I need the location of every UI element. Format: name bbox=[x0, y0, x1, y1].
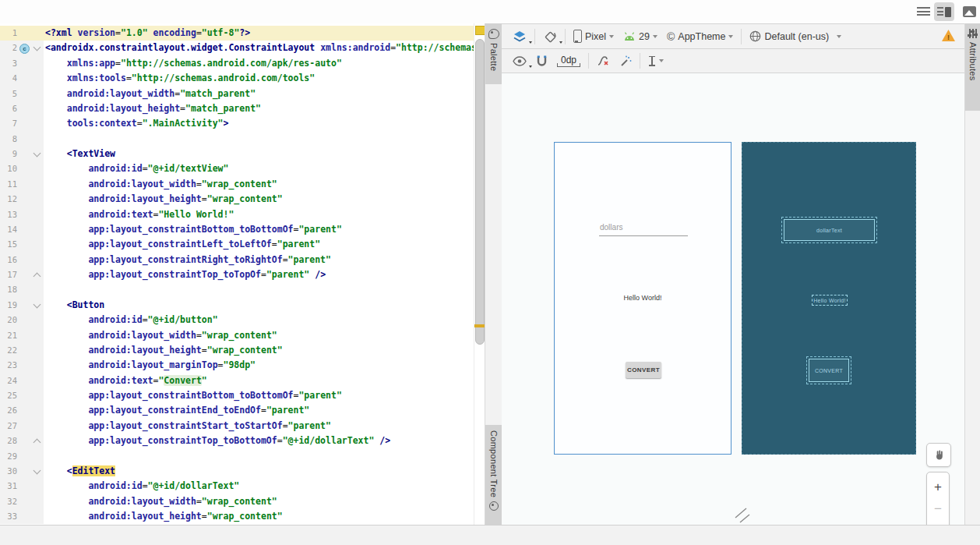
blueprint-preview[interactable]: dollarText Hello World! CONVERT bbox=[742, 142, 916, 455]
fold-close-icon[interactable] bbox=[33, 273, 41, 281]
warning-indicator[interactable]: ! bbox=[942, 30, 955, 41]
code-line[interactable]: 24 android:text="Convert" bbox=[0, 373, 474, 388]
gutter-icon-slot bbox=[17, 177, 31, 192]
code-line[interactable]: 15 app:layout_constraintLeft_toLeftOf="p… bbox=[0, 237, 474, 252]
edittext-hint[interactable]: dollars bbox=[600, 223, 622, 232]
code-line[interactable]: 2c<androidx.constraintlayout.widget.Cons… bbox=[0, 41, 474, 55]
fold-open-icon[interactable] bbox=[33, 466, 41, 474]
code-token: " bbox=[202, 375, 207, 386]
code-line[interactable]: 28 app:layout_constraintTop_toBottomOf="… bbox=[0, 434, 474, 448]
theme-selector[interactable]: © AppTheme bbox=[662, 27, 738, 46]
fold-slot bbox=[31, 253, 44, 267]
locale-selector[interactable]: Default (en-us) bbox=[745, 27, 846, 46]
code-line[interactable]: 3 xmlns:app="http://schemas.android.com/… bbox=[0, 56, 474, 71]
device-selector[interactable]: Pixel bbox=[569, 27, 619, 46]
code-token: /> bbox=[315, 269, 326, 280]
code-line[interactable]: 30 <EditText bbox=[0, 464, 474, 479]
code-line[interactable]: 18 bbox=[0, 282, 474, 297]
code-line[interactable]: 20 android:id="@+id/button" bbox=[0, 313, 474, 327]
code-line[interactable]: 13 android:text="Hello World!" bbox=[0, 207, 474, 222]
infer-constraints-button[interactable] bbox=[615, 51, 636, 70]
design-view-button[interactable] bbox=[959, 2, 979, 21]
zoom-out-button[interactable]: − bbox=[934, 504, 942, 515]
code-line[interactable]: 5 android:layout_width="match_parent" bbox=[0, 87, 474, 101]
code-token: "parent" bbox=[277, 239, 320, 249]
code-line[interactable]: 25 app:layout_constraintBottom_toBottomO… bbox=[0, 388, 474, 403]
code-token: EditText bbox=[72, 465, 115, 476]
code-view-button[interactable] bbox=[913, 2, 933, 21]
component-tree-tab[interactable]: Component Tree bbox=[485, 425, 502, 525]
code-line[interactable]: 11 android:layout_width="wrap_content" bbox=[0, 177, 474, 192]
code-line[interactable]: 6 android:layout_height="match_parent" bbox=[0, 101, 474, 116]
convert-button[interactable]: CONVERT bbox=[626, 362, 661, 378]
code-line[interactable]: 33 android:layout_height="wrap_content" bbox=[0, 509, 474, 524]
design-surface[interactable]: dollars Hello World! CONVERT dollarText … bbox=[502, 73, 964, 525]
constraintlayout-gutter-icon[interactable]: c bbox=[19, 44, 30, 54]
fold-open-icon[interactable] bbox=[33, 150, 41, 157]
code-line[interactable]: 21 android:layout_width="wrap_content" bbox=[0, 328, 474, 343]
magnet-icon bbox=[536, 55, 548, 67]
code-line[interactable]: 16 app:layout_constraintRight_toRightOf=… bbox=[0, 253, 474, 267]
theme-selector-label: AppTheme bbox=[678, 31, 725, 42]
code-token bbox=[45, 224, 88, 235]
fold-close-icon[interactable] bbox=[33, 439, 41, 447]
fold-slot bbox=[31, 373, 44, 388]
gutter-icon-slot bbox=[17, 101, 31, 116]
code-line[interactable]: 27 app:layout_constraintStart_toStartOf=… bbox=[0, 419, 474, 434]
code-line[interactable]: 14 app:layout_constraintBottom_toBottomO… bbox=[0, 222, 474, 237]
code-line[interactable]: 8 bbox=[0, 132, 474, 147]
code-line[interactable]: 23 android:layout_marginTop="98dp" bbox=[0, 358, 474, 373]
scrollbar-thumb[interactable] bbox=[475, 39, 485, 345]
code-token bbox=[45, 496, 88, 507]
fold-open-icon[interactable] bbox=[33, 300, 41, 308]
split-view-button[interactable] bbox=[934, 2, 954, 21]
view-options-button[interactable] bbox=[508, 51, 531, 70]
code-line[interactable]: 7 tools:context=".MainActivity"> bbox=[0, 116, 474, 131]
blueprint-edittext[interactable]: dollarText bbox=[784, 219, 875, 241]
gutter-icon-slot bbox=[17, 161, 31, 176]
textview-hello[interactable]: Hello World! bbox=[555, 294, 731, 302]
gutter: 5 bbox=[0, 87, 44, 101]
blueprint-convert-button[interactable]: CONVERT bbox=[809, 359, 849, 382]
code-line[interactable]: 9 <TextView bbox=[0, 147, 474, 161]
code-line[interactable]: 26 app:layout_constraintEnd_toEndOf="par… bbox=[0, 403, 474, 418]
autoconnect-toggle[interactable] bbox=[531, 51, 552, 70]
pan-tool-button[interactable] bbox=[926, 443, 951, 467]
fold-slot bbox=[31, 101, 44, 116]
palette-tab[interactable]: Palette bbox=[485, 23, 502, 84]
blueprint-textview[interactable]: Hello World! bbox=[812, 295, 848, 306]
code-editor[interactable]: 1<?xml version="1.0" encoding="utf-8"?>2… bbox=[0, 23, 485, 525]
code-line[interactable]: 17 app:layout_constraintTop_toTopOf="par… bbox=[0, 267, 474, 282]
canvas-resize-handle[interactable] bbox=[734, 507, 754, 524]
code-line[interactable]: 19 <Button bbox=[0, 298, 474, 313]
gutter-icon-slot bbox=[17, 192, 31, 207]
clear-constraints-button[interactable] bbox=[592, 51, 615, 70]
code-token: = bbox=[283, 254, 288, 265]
code-line[interactable]: 31 android:id="@+id/dollarText" bbox=[0, 479, 474, 494]
attributes-tab[interactable]: Attributes bbox=[965, 23, 980, 111]
line-number: 18 bbox=[0, 282, 17, 297]
code-line[interactable]: 12 android:layout_height="wrap_content" bbox=[0, 192, 474, 207]
code-line[interactable]: 10 android:id="@+id/textView" bbox=[0, 161, 474, 176]
gutter-icon-slot bbox=[17, 282, 31, 297]
guidelines-button[interactable] bbox=[643, 51, 668, 70]
default-margin-selector[interactable]: 0dp bbox=[552, 51, 585, 70]
design-surface-selector[interactable] bbox=[508, 27, 531, 46]
design-preview[interactable]: dollars Hello World! CONVERT bbox=[554, 142, 731, 455]
code-line[interactable]: 1<?xml version="1.0" encoding="utf-8"?> bbox=[0, 26, 474, 41]
code-line[interactable]: 4 xmlns:tools="http://schemas.android.co… bbox=[0, 71, 474, 86]
code-line[interactable]: 32 android:layout_width="wrap_content" bbox=[0, 494, 474, 509]
code-line[interactable]: 29 bbox=[0, 449, 474, 464]
gutter: 2c bbox=[0, 41, 44, 55]
code-line[interactable]: 22 android:layout_height="wrap_content" bbox=[0, 343, 474, 358]
zoom-in-button[interactable]: + bbox=[934, 481, 942, 494]
code-token bbox=[45, 118, 67, 129]
editor-scrollbar[interactable] bbox=[474, 23, 485, 525]
line-number: 1 bbox=[0, 26, 17, 41]
orientation-selector[interactable] bbox=[538, 27, 562, 46]
attributes-icon bbox=[968, 29, 978, 38]
fold-open-icon[interactable] bbox=[33, 44, 41, 51]
code-text: <TextView bbox=[44, 147, 115, 161]
api-selector[interactable]: 29 bbox=[619, 27, 662, 46]
code-token bbox=[45, 193, 88, 204]
